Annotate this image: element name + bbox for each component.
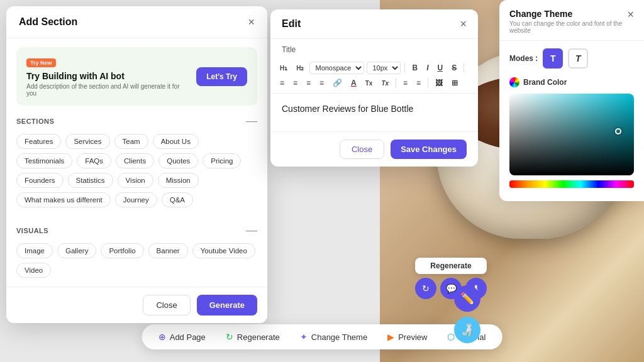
change-theme-panel: Change Theme You can change the color an… <box>499 0 644 201</box>
unordered-list-button[interactable]: ≡ <box>413 77 424 89</box>
floating-icon-2[interactable]: 🍶 <box>454 317 480 343</box>
edit-content-area[interactable]: Customer Reviews for Blue Bottle <box>270 94 478 131</box>
change-theme-icon: ✦ <box>300 332 308 342</box>
color-picker-overlay <box>509 94 634 175</box>
theme-header-content: Change Theme You can change the color an… <box>509 9 627 34</box>
tag-about-us[interactable]: About Us <box>153 134 199 149</box>
add-page-button[interactable]: ⊕ Add Page <box>155 329 209 344</box>
color-spectrum-slider[interactable] <box>509 180 634 188</box>
preview-label: Preview <box>398 332 427 342</box>
tag-gallery[interactable]: Gallery <box>57 243 96 258</box>
link-button[interactable]: 🔗 <box>330 77 345 89</box>
tag-clients[interactable]: Clients <box>116 153 154 168</box>
sections-tags: Features Services Team About Us Testimon… <box>16 134 257 207</box>
editor-toolbar: H₁ H₂ Monospace 10px B I U S ≡ ≡ ≡ ≡ 🔗 A… <box>270 58 478 94</box>
lets-try-button[interactable]: Let's Try <box>196 67 247 86</box>
tag-team[interactable]: Team <box>114 134 148 149</box>
modes-label: Modes : <box>509 54 538 63</box>
clear-format-button[interactable]: Tx <box>362 78 376 89</box>
tag-statistics[interactable]: Statistics <box>68 173 113 188</box>
align-center-button[interactable]: ≡ <box>290 77 301 89</box>
tag-founders[interactable]: Founders <box>16 173 64 188</box>
format-button[interactable]: Tx <box>378 78 392 89</box>
add-section-title: Add Section <box>19 16 77 28</box>
justify-button[interactable]: ≡ <box>316 77 327 89</box>
change-theme-button[interactable]: ✦ Change Theme <box>296 329 371 344</box>
panel-close-button[interactable]: Close <box>143 295 190 315</box>
tag-portfolio[interactable]: Portfolio <box>101 243 143 258</box>
edit-modal: Edit × Title H₁ H₂ Monospace 10px B I U … <box>270 9 478 167</box>
add-section-close-button[interactable]: × <box>248 16 255 28</box>
tag-image[interactable]: Image <box>16 243 53 258</box>
regen-refresh-button[interactable]: ↻ <box>415 278 436 299</box>
sections-group-header: SECTIONS — <box>16 114 257 128</box>
tag-video[interactable]: Video <box>16 263 51 278</box>
visuals-group-header: VISUALS — <box>16 224 257 237</box>
tag-quotes[interactable]: Quotes <box>158 153 198 168</box>
strikethrough-button[interactable]: S <box>448 62 460 74</box>
change-theme-label: Change Theme <box>311 332 367 342</box>
edit-text-content[interactable]: Customer Reviews for Blue Bottle <box>282 104 467 114</box>
ai-banner-desc: Add description of the section and AI wi… <box>26 83 190 97</box>
regenerate-label-text: Regenerate <box>237 332 280 342</box>
tag-services[interactable]: Services <box>65 134 109 149</box>
tag-pricing[interactable]: Pricing <box>203 153 241 168</box>
sections-label: SECTIONS <box>16 118 54 125</box>
tag-mission[interactable]: Mission <box>158 173 199 188</box>
tag-testimonials[interactable]: Testimonials <box>16 153 72 168</box>
tag-what-makes-us[interactable]: What makes us different <box>16 192 111 207</box>
tag-qa[interactable]: Q&A <box>162 192 193 207</box>
add-page-label: Add Page <box>170 332 206 342</box>
preview-button[interactable]: ▶ Preview <box>384 329 431 344</box>
title-field-label: Title <box>270 39 478 58</box>
theme-panel-close-button[interactable]: × <box>627 9 634 20</box>
floating-icons: ✏️ 🍶 <box>454 285 480 343</box>
brand-color-text: Brand Color <box>523 78 567 87</box>
underline-button[interactable]: U <box>434 62 446 74</box>
theme-panel-title: Change Theme <box>509 9 627 19</box>
heading2-button[interactable]: H₂ <box>293 62 307 74</box>
mode1-label: T <box>550 53 556 63</box>
floating-icon-1[interactable]: ✏️ <box>454 285 480 312</box>
bottom-toolbar: ⊕ Add Page ↻ Regenerate ✦ Change Theme ▶… <box>142 324 502 349</box>
align-left-button[interactable]: ≡ <box>277 77 287 89</box>
visuals-tags: Image Gallery Portfolio Banner Youtube V… <box>16 243 257 278</box>
heading1-button[interactable]: H₁ <box>277 62 291 74</box>
preview-icon: ▶ <box>387 332 394 342</box>
embed-button[interactable]: ⊞ <box>448 77 461 89</box>
tag-youtube-video[interactable]: Youtube Video <box>192 243 255 258</box>
theme-panel-body: Modes : T T Brand Color <box>499 41 644 195</box>
toolbar-divider-2 <box>464 63 464 73</box>
font-select[interactable]: Monospace <box>309 62 364 74</box>
panel-header: Add Section × <box>6 6 267 38</box>
ai-banner-content: Try New Try Building with AI bot Add des… <box>26 56 190 97</box>
tag-features[interactable]: Features <box>16 134 61 149</box>
tag-faqs[interactable]: FAQs <box>77 153 111 168</box>
color-picker-box[interactable] <box>509 94 634 175</box>
toolbar-divider-3 <box>396 78 396 88</box>
edit-modal-close-button[interactable]: × <box>460 18 467 30</box>
visuals-label: VISUALS <box>16 227 48 234</box>
mode1-button[interactable]: T <box>543 48 563 69</box>
save-changes-button[interactable]: Save Changes <box>391 140 467 159</box>
tag-vision[interactable]: Vision <box>118 173 153 188</box>
sections-collapse-icon[interactable]: — <box>246 114 257 128</box>
panel-generate-button[interactable]: Generate <box>197 295 257 315</box>
brand-color-circle <box>509 77 519 87</box>
tag-journey[interactable]: Journey <box>115 192 157 207</box>
visuals-collapse-icon[interactable]: — <box>246 224 257 237</box>
theme-panel-header: Change Theme You can change the color an… <box>499 0 644 41</box>
bold-button[interactable]: B <box>409 62 421 74</box>
panel-footer: Close Generate <box>6 287 267 323</box>
italic-button[interactable]: I <box>423 62 431 74</box>
size-select[interactable]: 10px <box>367 62 401 74</box>
color-picker-cursor[interactable] <box>615 128 621 134</box>
mode2-button[interactable]: T <box>568 48 588 69</box>
regenerate-button[interactable]: ↻ Regenerate <box>222 329 284 344</box>
align-right-button[interactable]: ≡ <box>303 77 314 89</box>
image-button[interactable]: 🖼 <box>432 77 446 89</box>
text-color-button[interactable]: A <box>348 77 360 89</box>
tag-banner[interactable]: Banner <box>148 243 188 258</box>
edit-close-button[interactable]: Close <box>340 140 384 159</box>
ordered-list-button[interactable]: ≡ <box>400 77 411 89</box>
